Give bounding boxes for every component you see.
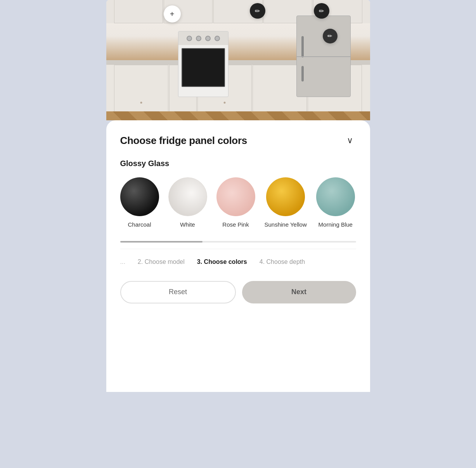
add-button[interactable]: + — [164, 5, 181, 23]
swatch-rose-pink[interactable]: Rose Pink — [216, 177, 255, 229]
edit-button-1[interactable]: ✏ — [250, 3, 265, 19]
swatch-label-charcoal: Charcoal — [128, 221, 151, 229]
kitchen-background — [106, 0, 370, 120]
main-container: + ✏ ✏ ✏ Choose fridge panel colors ∨ Glo… — [106, 0, 370, 392]
swatch-label-morning-blue: Morning Blue — [318, 221, 353, 229]
swatch-sunshine-yellow[interactable]: Sunshine Yellow — [265, 177, 307, 229]
color-swatches: Charcoal White Rose Pink Sunshine Yellow… — [120, 177, 356, 232]
scroll-indicator — [120, 241, 356, 243]
swatch-circle-rose-pink — [216, 177, 255, 216]
progress-steps: ... 2. Choose model 3. Choose colors 4. … — [120, 249, 356, 275]
step-4[interactable]: 4. Choose depth — [253, 258, 311, 265]
swatch-morning-blue[interactable]: Morning Blue — [316, 177, 355, 229]
swatch-charcoal[interactable]: Charcoal — [120, 177, 159, 229]
panel-title: Choose fridge panel colors — [120, 135, 247, 147]
swatch-white[interactable]: White — [168, 177, 207, 229]
step-1: ... — [120, 258, 132, 265]
bottom-panel: Choose fridge panel colors ∨ Glossy Glas… — [106, 120, 370, 392]
swatch-circle-sunshine-yellow — [266, 177, 305, 216]
edit-button-3[interactable]: ✏ — [323, 29, 338, 43]
step-2[interactable]: 2. Choose model — [132, 258, 191, 265]
reset-button[interactable]: Reset — [120, 281, 236, 303]
swatch-label-rose-pink: Rose Pink — [222, 221, 249, 229]
section-label: Glossy Glass — [120, 159, 356, 168]
swatch-circle-white — [168, 177, 207, 216]
kitchen-image: + ✏ ✏ ✏ — [106, 0, 370, 120]
scroll-thumb — [120, 241, 203, 243]
action-buttons: Reset Next — [120, 275, 356, 317]
swatch-label-sunshine-yellow: Sunshine Yellow — [265, 221, 307, 229]
collapse-button[interactable]: ∨ — [344, 134, 356, 147]
swatch-label-white: White — [180, 221, 195, 229]
edit-button-2[interactable]: ✏ — [314, 3, 329, 19]
swatch-circle-morning-blue — [316, 177, 355, 216]
step-3[interactable]: 3. Choose colors — [191, 258, 253, 265]
swatch-circle-charcoal — [120, 177, 159, 216]
next-button[interactable]: Next — [242, 281, 356, 303]
panel-header: Choose fridge panel colors ∨ — [120, 134, 356, 147]
